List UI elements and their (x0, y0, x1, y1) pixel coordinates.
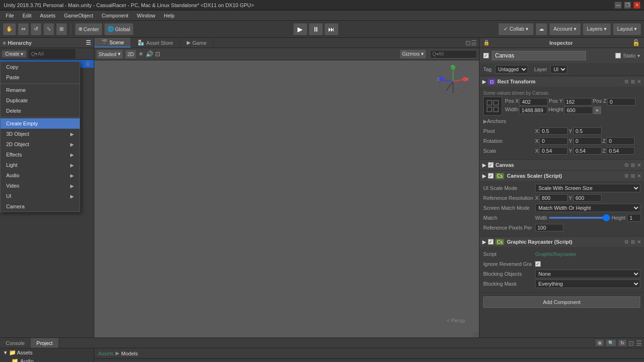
scale-x-input[interactable] (539, 147, 568, 155)
canvas-script-header[interactable]: ▶ Canvas ⚙ ⊞ ✕ (479, 160, 644, 170)
canvas-scaler-header[interactable]: ▶ Cs Canvas Scaler (Script) ⚙ ⊞ ✕ (479, 171, 644, 181)
pause-button[interactable]: ⏸ (309, 23, 323, 35)
match-value-input[interactable] (627, 214, 641, 222)
collab-button[interactable]: ✓ Collab ▾ (498, 23, 534, 35)
script-value[interactable]: GraphicRaycaster (535, 251, 577, 257)
rect-transform-expand-icon[interactable]: ⊞ (631, 79, 635, 85)
hierarchy-menu-icon[interactable]: ☰ (86, 40, 91, 46)
account-dropdown[interactable]: Account ▾ (549, 23, 581, 35)
width-input[interactable] (519, 107, 547, 114)
rect-anchor-icon[interactable] (483, 97, 502, 115)
assets-search-button[interactable]: 🔍 (606, 339, 616, 346)
shaded-dropdown[interactable]: Shaded ▾ (96, 49, 123, 59)
blocking-mask-select[interactable]: Everything (535, 280, 640, 288)
canvas-name-input[interactable] (492, 51, 586, 60)
tool-hand[interactable]: ✋ (3, 23, 16, 35)
layers-dropdown[interactable]: Layers ▾ (583, 23, 611, 35)
ctx-effects[interactable]: Effects▶ (0, 149, 80, 160)
pivot-y-input[interactable] (573, 127, 602, 135)
menu-file[interactable]: File (2, 12, 18, 19)
rot-y-input[interactable] (573, 137, 602, 145)
canvas-scaler-expand2-icon[interactable]: ⊞ (631, 173, 635, 179)
ctx-rename[interactable]: Rename (0, 85, 80, 95)
scene-view[interactable]: < Persp X Y Z (94, 60, 479, 337)
tab-asset-store[interactable]: 🏪 Asset Store (131, 38, 180, 48)
tab-game[interactable]: ▶ Game (180, 38, 214, 48)
close-button[interactable]: ✕ (634, 2, 640, 8)
ctx-light[interactable]: Light▶ (0, 160, 80, 170)
static-checkbox[interactable] (615, 53, 621, 58)
tab-scene[interactable]: 🎬 Scene (94, 38, 131, 48)
canvas-scaler-menu-icon[interactable]: ⚙ (624, 173, 629, 179)
ctx-create-empty[interactable]: Create Empty (0, 118, 80, 129)
minimize-button[interactable]: — (615, 2, 621, 8)
step-button[interactable]: ⏭ (324, 23, 339, 35)
ctx-3d-object[interactable]: 3D Object▶ (0, 129, 80, 139)
ref-res-x-input[interactable] (539, 194, 568, 202)
ref-res-y-input[interactable] (573, 194, 602, 202)
assets-tree-audio[interactable]: 📁 Audio (0, 357, 94, 362)
cloud-button[interactable]: ☁ (536, 23, 547, 35)
graphic-raycaster-header[interactable]: ▶ Cs Graphic Raycaster (Script) ⚙ ⊞ ✕ (479, 237, 644, 247)
tool-rotate[interactable]: ↺ (31, 23, 41, 35)
menu-window[interactable]: Window (133, 12, 159, 19)
menu-help[interactable]: Help (160, 12, 178, 19)
ctx-ui[interactable]: UI▶ (0, 191, 80, 201)
inspector-lock-button[interactable]: 🔓 (632, 39, 640, 46)
scene-resize-handle[interactable] (473, 332, 479, 337)
height-input[interactable] (564, 107, 593, 114)
scale-y-input[interactable] (573, 147, 602, 155)
gizmos-dropdown[interactable]: Gizmos ▾ (400, 49, 426, 59)
scene-effects-toggle[interactable]: ⊡ (155, 50, 160, 58)
ctx-duplicate[interactable]: Duplicate (0, 95, 80, 106)
tree-item-menu[interactable]: ☰ (85, 61, 90, 67)
global-toggle[interactable]: 🌐 Global (104, 23, 133, 35)
ctx-copy[interactable]: Copy (0, 62, 80, 72)
rect-transform-menu-icon[interactable]: ⚙ (624, 79, 629, 85)
canvas-scaler-enabled[interactable] (488, 173, 494, 179)
tool-rect[interactable]: ⊞ (56, 23, 67, 35)
rect-transform-header[interactable]: ▶ ⊡ Rect Transform ⚙ ⊞ ✕ (479, 76, 644, 87)
menu-assets[interactable]: Assets (36, 12, 59, 19)
scene-light-toggle[interactable]: ☀ (138, 50, 144, 58)
canvas-script-close-icon[interactable]: ✕ (637, 162, 641, 168)
tool-scale[interactable]: ⤡ (43, 23, 54, 35)
ctx-camera[interactable]: Camera (0, 201, 80, 212)
view-menu-button[interactable]: ☰ (471, 39, 477, 47)
hierarchy-search-input[interactable] (28, 49, 75, 58)
tab-project[interactable]: Project (31, 338, 58, 348)
rect-transform-close-icon[interactable]: ✕ (637, 79, 641, 85)
tab-console[interactable]: Console (0, 338, 31, 348)
ctx-paste[interactable]: Paste (0, 72, 80, 82)
canvas-script-menu-icon[interactable]: ⚙ (624, 162, 629, 168)
ctx-audio[interactable]: Audio▶ (0, 170, 80, 181)
scale-z-input[interactable] (606, 147, 635, 155)
anchors-expand[interactable]: ▶ (483, 118, 487, 124)
scene-audio-toggle[interactable]: 🔊 (146, 50, 153, 58)
menu-gameobject[interactable]: GameObject (60, 12, 97, 19)
blocking-objects-select[interactable]: None (535, 270, 640, 278)
screen-match-select[interactable]: Match Width Or Height (535, 204, 640, 212)
assets-refresh-button[interactable]: ↻ (618, 339, 627, 346)
graphic-raycaster-expand2-icon[interactable]: ⊞ (631, 239, 635, 245)
view-maximize-button[interactable]: ⊡ (465, 39, 471, 47)
bottom-menu-button[interactable]: ☰ (636, 339, 642, 347)
ref-pixels-input[interactable] (535, 224, 563, 231)
bottom-maximize-button[interactable]: ⊡ (628, 339, 634, 347)
ctx-2d-object[interactable]: 2D Object▶ (0, 139, 80, 149)
ctx-video[interactable]: Video▶ (0, 181, 80, 191)
rect-r-button[interactable]: R (594, 107, 601, 114)
canvas-script-enabled[interactable] (488, 162, 494, 168)
rot-x-input[interactable] (539, 137, 568, 145)
ctx-delete[interactable]: Delete (0, 106, 80, 116)
play-button[interactable]: ▶ (293, 23, 307, 35)
pos-y-input[interactable] (564, 98, 592, 106)
ignore-reversed-checkbox[interactable] (535, 261, 541, 267)
layout-dropdown[interactable]: Layout ▾ (613, 23, 641, 35)
canvas-script-expand-icon[interactable]: ⊞ (631, 162, 635, 168)
canvas-enabled-checkbox[interactable] (483, 53, 489, 58)
match-slider[interactable] (549, 217, 610, 219)
layer-select[interactable]: UI (550, 65, 567, 74)
2d-toggle[interactable]: 2D (125, 49, 136, 59)
center-toggle[interactable]: ⊕ Center (75, 23, 102, 35)
